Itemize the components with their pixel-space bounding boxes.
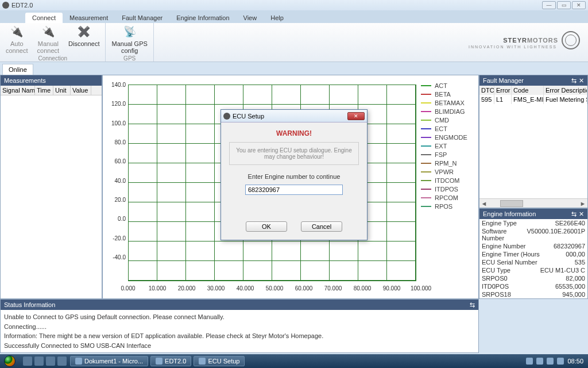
enginfo-row: Software NumberV50000.10E.26001P <box>479 227 587 242</box>
taskbar-task[interactable]: ECU Setup <box>194 356 245 366</box>
scroll-right-icon[interactable]: ► <box>578 200 587 207</box>
taskbar-task[interactable]: Dokument1 - Micro... <box>70 356 148 366</box>
x-tick: 20.000 <box>178 285 196 292</box>
panel-expand-icon[interactable]: ⇆ <box>470 301 475 309</box>
panel-close-icon[interactable]: ✕ <box>579 210 584 218</box>
y-tick: 100.0 <box>105 120 126 126</box>
fault-row[interactable]: 595 L1 FMS_E-MIN Fuel Metering So <box>479 95 587 104</box>
plug-icon: 🔌 <box>10 25 24 39</box>
col-value[interactable]: Value <box>71 86 91 95</box>
legend-item[interactable]: FSP <box>421 151 474 158</box>
measurements-title: Measurements <box>1 75 102 86</box>
legend-item[interactable]: ITDCOM <box>421 177 474 184</box>
engine-number-input[interactable] <box>245 185 343 195</box>
auto-connect-button: 🔌 Auto connect <box>2 24 32 55</box>
y-tick: -40.0 <box>105 254 126 260</box>
enginfo-row: ITD0POS65535,000 <box>479 282 587 290</box>
taskbar: Dokument1 - Micro... EDT2.0 ECU Setup 08… <box>0 354 588 368</box>
legend-item[interactable]: BETAMAX <box>421 99 474 106</box>
legend-item[interactable]: RPM_N <box>421 160 474 167</box>
close-button[interactable]: ✕ <box>572 1 586 9</box>
disconnect-button[interactable]: ✖️ Disconnect <box>65 24 103 55</box>
enginfo-title: Engine Information <box>483 210 536 217</box>
col-time[interactable]: Time <box>35 86 53 95</box>
y-tick: 120.0 <box>105 101 126 107</box>
quicklaunch-icon[interactable] <box>23 356 32 366</box>
x-tick: 80.000 <box>354 285 372 292</box>
legend-item[interactable]: ENGMODE <box>421 134 474 141</box>
status-line: Unable to Connect to GPS using Default c… <box>4 312 475 322</box>
fault-scrollbar[interactable]: ◄ ► <box>479 198 587 208</box>
clock[interactable]: 08:50 <box>567 358 583 365</box>
x-tick: 60.000 <box>295 285 313 292</box>
start-button[interactable] <box>0 354 20 368</box>
panel-expand-icon[interactable]: ⇆ <box>571 77 577 85</box>
legend-item[interactable]: CMD <box>421 117 474 124</box>
brand-icon <box>562 31 580 49</box>
measurements-panel: Measurements Signal Name Time Unit Value <box>0 75 102 299</box>
col-unit[interactable]: Unit <box>53 86 71 95</box>
manual-connect-button: 🔌 Manual connect <box>34 24 63 55</box>
online-tabbar: Online <box>0 62 588 75</box>
panel-close-icon[interactable]: ✕ <box>579 77 584 85</box>
scroll-left-icon[interactable]: ◄ <box>479 200 489 207</box>
dialog-title: ECU Setup <box>233 113 264 120</box>
menu-engine-info[interactable]: Engine Information <box>169 13 236 23</box>
menu-help[interactable]: Help <box>264 13 291 23</box>
quicklaunch-icon[interactable] <box>46 356 55 366</box>
legend-item[interactable]: ECT <box>421 125 474 132</box>
status-line: Information: There might be a new versio… <box>4 331 475 341</box>
taskbar-task[interactable]: EDT2.0 <box>150 356 191 366</box>
task-icon <box>199 358 206 365</box>
y-tick: 60.0 <box>105 158 126 164</box>
tray-icon[interactable] <box>547 358 554 365</box>
panel-expand-icon[interactable]: ⇆ <box>571 210 577 218</box>
enginfo-row: SRPOS18945,000 <box>479 290 587 298</box>
col-dtc[interactable]: DTC <box>479 86 494 95</box>
quicklaunch-icon[interactable] <box>57 356 67 366</box>
enginfo-row: Engine TypeSE266E40 <box>479 219 587 227</box>
legend-item[interactable]: RPOS <box>421 203 474 210</box>
quicklaunch-icon[interactable] <box>34 356 44 366</box>
col-desc[interactable]: Error Description <box>544 86 587 95</box>
legend-item[interactable]: ACT <box>421 82 474 89</box>
dialog-close-button[interactable]: ✕ <box>347 112 365 120</box>
tray-icon[interactable] <box>557 358 564 365</box>
brand-tagline: INNOVATION WITH LIGHTNESS <box>469 45 557 49</box>
menubar: Connect Measurement Fault Manager Engine… <box>0 10 588 23</box>
scroll-thumb[interactable] <box>500 200 523 207</box>
minimize-button[interactable]: — <box>542 1 556 9</box>
legend-item[interactable]: VPWR <box>421 168 474 175</box>
col-signal[interactable]: Signal Name <box>1 86 35 95</box>
y-tick: 40.0 <box>105 177 126 183</box>
tray-icon[interactable] <box>536 358 543 365</box>
menu-connect[interactable]: Connect <box>25 13 63 23</box>
legend-item[interactable]: RPCOM <box>421 194 474 201</box>
y-tick: 80.0 <box>105 139 126 145</box>
tray-icon[interactable] <box>526 358 533 365</box>
task-icon <box>75 358 82 365</box>
maximize-button[interactable]: ▭ <box>557 1 571 9</box>
menu-measurement[interactable]: Measurement <box>63 13 115 23</box>
legend-item[interactable]: ITDPOS <box>421 186 474 193</box>
fault-title: Fault Manager <box>483 77 524 84</box>
tab-online[interactable]: Online <box>2 64 33 75</box>
col-error[interactable]: Error <box>494 86 512 95</box>
legend-item[interactable]: EXT <box>421 143 474 150</box>
dialog-icon <box>223 113 230 120</box>
gps-icon: 📡 <box>123 25 137 39</box>
enginfo-row: Engine Timer (Hours000,00 <box>479 250 587 258</box>
cancel-button[interactable]: Cancel <box>301 221 342 232</box>
col-code[interactable]: Code <box>512 86 544 95</box>
status-panel: Status Information ⇆ Unable to Connect t… <box>0 299 479 353</box>
manual-gps-button[interactable]: 📡 Manual GPS config <box>108 24 150 55</box>
menu-fault-manager[interactable]: Fault Manager <box>115 13 169 23</box>
legend-item[interactable]: BLIMDIAG <box>421 108 474 115</box>
legend-item[interactable]: BETA <box>421 91 474 98</box>
enginfo-row: Engine Number682320967 <box>479 242 587 250</box>
ribbon: 🔌 Auto connect 🔌 Manual connect ✖️ Disco… <box>0 23 588 62</box>
x-tick: 0.000 <box>121 285 135 292</box>
menu-view[interactable]: View <box>237 13 264 23</box>
ok-button[interactable]: OK <box>246 221 287 232</box>
enginfo-row: ECU Serial Number535 <box>479 258 587 266</box>
